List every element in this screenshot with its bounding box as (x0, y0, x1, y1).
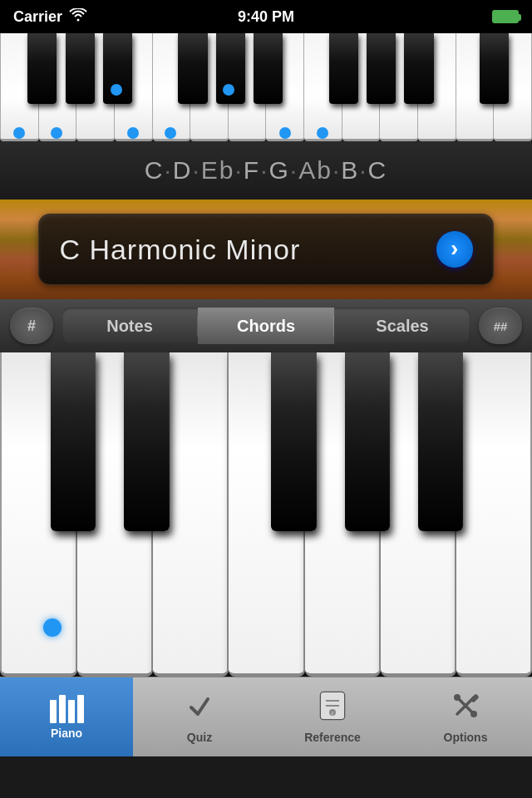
nav-quiz[interactable]: Quiz (133, 677, 266, 756)
white-key-top-3[interactable] (76, 33, 115, 141)
top-piano[interactable] (0, 33, 532, 141)
white-key-top-7[interactable] (229, 33, 267, 141)
white-key-top-11[interactable] (380, 33, 418, 141)
notes-tab[interactable]: Notes (62, 308, 198, 344)
notes-display: C·D·Eb·F·G·Ab·B·C (0, 141, 532, 200)
nav-reference[interactable]: ♪ Reference (266, 677, 399, 756)
white-key-top-9[interactable] (304, 33, 342, 141)
time-label: 9:40 PM (238, 8, 294, 26)
reference-icon: ♪ (318, 691, 347, 727)
top-piano-keys[interactable] (0, 33, 532, 141)
nav-options-label: Options (444, 731, 488, 744)
wifi-icon (69, 8, 87, 25)
scale-panel: C Harmonic Minor (38, 214, 493, 285)
white-key-top-14[interactable] (494, 33, 532, 141)
sharp-button[interactable]: ## (479, 308, 522, 344)
nav-reference-label: Reference (304, 731, 361, 744)
scales-tab[interactable]: Scales (334, 308, 470, 344)
notes-text: C·D·Eb·F·G·Ab·B·C (145, 156, 388, 185)
carrier-label: Carrier (13, 8, 62, 26)
quiz-icon (185, 691, 214, 727)
main-white-key-6[interactable] (381, 352, 456, 677)
scale-next-button[interactable] (436, 231, 473, 268)
svg-point-10 (470, 711, 477, 717)
main-white-key-1[interactable] (0, 352, 77, 677)
white-key-top-5[interactable] (153, 33, 191, 141)
nav-options[interactable]: Options (399, 677, 532, 756)
piano-icon (50, 695, 84, 723)
main-white-key-3[interactable] (153, 352, 229, 677)
options-icon (451, 691, 480, 727)
bottom-nav: Piano Quiz ♪ Reference (0, 677, 532, 756)
main-white-key-5[interactable] (305, 352, 381, 677)
tab-row: # Notes Chords Scales ## (0, 299, 532, 352)
scale-name: C Harmonic Minor (59, 234, 300, 266)
main-scale-dot (43, 618, 62, 637)
white-key-top-12[interactable] (418, 33, 456, 141)
nav-quiz-label: Quiz (187, 731, 212, 744)
main-piano[interactable] (0, 352, 532, 677)
segment-control: Notes Chords Scales (62, 308, 470, 344)
white-key-top-10[interactable] (342, 33, 381, 141)
nav-piano-label: Piano (51, 727, 82, 740)
white-key-top-2[interactable] (39, 33, 77, 141)
white-key-top-4[interactable] (115, 33, 153, 141)
battery-icon (492, 10, 519, 23)
white-key-top-6[interactable] (190, 33, 229, 141)
main-white-key-2[interactable] (77, 352, 153, 677)
svg-text:♪: ♪ (331, 710, 334, 716)
scale-display: C Harmonic Minor (0, 200, 532, 299)
chords-tab[interactable]: Chords (198, 308, 334, 344)
white-key-top-13[interactable] (456, 33, 495, 141)
white-key-top-1[interactable] (0, 33, 39, 141)
svg-point-9 (454, 694, 461, 701)
main-white-key-4[interactable] (229, 352, 304, 677)
nav-piano[interactable]: Piano (0, 677, 133, 756)
main-white-key-7[interactable] (456, 352, 532, 677)
main-piano-keys[interactable] (0, 352, 532, 677)
flat-button[interactable]: # (10, 308, 53, 344)
white-key-top-8[interactable] (266, 33, 304, 141)
status-bar: Carrier 9:40 PM (0, 0, 532, 33)
